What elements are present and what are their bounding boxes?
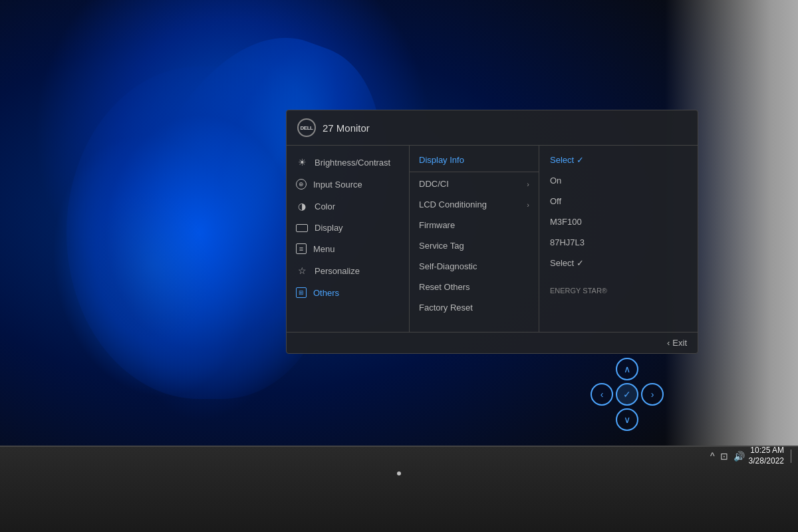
- right-label-energy-star: ENERGY STAR®: [550, 287, 607, 295]
- nav-item-display[interactable]: Display: [287, 217, 409, 238]
- right-label-select: Select ✓: [550, 155, 584, 165]
- select-icon: ✓: [623, 389, 631, 400]
- right-label-firmware-version: M3F100: [550, 217, 582, 227]
- right-item-on: On: [550, 170, 687, 191]
- right-item-select2: Select ✓: [550, 253, 687, 273]
- nav-label-input-source: Input Source: [313, 180, 362, 190]
- middle-item-firmware[interactable]: Firmware: [410, 215, 539, 235]
- taskbar-time: 10:25 AM: [749, 446, 784, 456]
- middle-item-service-tag[interactable]: Service Tag: [410, 235, 539, 256]
- osd-body: ☀ Brightness/Contrast ⊕ Input Source ◑ C…: [287, 146, 698, 332]
- osd-nav-panel: ☀ Brightness/Contrast ⊕ Input Source ◑ C…: [287, 146, 410, 332]
- nav-item-personalize[interactable]: ☆ Personalize: [287, 259, 409, 282]
- nav-down-button[interactable]: ∨: [616, 408, 638, 431]
- nav-item-menu[interactable]: ≡ Menu: [287, 238, 409, 259]
- chevron-right-ddc: ›: [527, 180, 529, 188]
- taskbar: ^ ⊡ 🔊 10:25 AM 3/28/2022: [0, 446, 798, 467]
- osd-nav-controls: ∧ ‹ ✓ › ∨: [591, 358, 665, 432]
- left-arrow-icon: ‹: [600, 389, 604, 400]
- chevron-right-lcd: ›: [527, 201, 529, 209]
- nav-left-button[interactable]: ‹: [591, 383, 613, 406]
- right-item-select: Select ✓: [550, 150, 687, 170]
- middle-label-service-tag: Service Tag: [419, 241, 464, 251]
- exit-chevron-icon: ‹: [667, 338, 670, 348]
- right-label-on: On: [550, 176, 561, 186]
- taskbar-clock[interactable]: 10:25 AM 3/28/2022: [749, 446, 784, 466]
- osd-title: 27 Monitor: [323, 122, 370, 134]
- middle-label-factory-reset: Factory Reset: [419, 303, 473, 313]
- menu-icon: ≡: [296, 243, 307, 254]
- right-label-service-tag-value: 87HJ7L3: [550, 237, 585, 247]
- color-icon: ◑: [296, 200, 308, 212]
- taskbar-date: 3/28/2022: [749, 456, 784, 467]
- osd-header: DELL 27 Monitor: [287, 110, 698, 146]
- nav-label-others: Others: [313, 288, 339, 298]
- display-icon: [296, 224, 308, 232]
- middle-label-ddc-ci: DDC/CI: [419, 179, 449, 189]
- middle-item-reset-others[interactable]: Reset Others: [410, 277, 539, 297]
- taskbar-display-icon[interactable]: ⊡: [720, 451, 728, 462]
- taskbar-divider: [791, 450, 791, 463]
- exit-label: Exit: [672, 338, 687, 348]
- right-arrow-icon: ›: [651, 389, 654, 400]
- osd-footer: ‹ Exit: [287, 332, 698, 353]
- nav-label-color: Color: [315, 201, 335, 211]
- down-arrow-icon: ∨: [624, 414, 630, 425]
- nav-right-button[interactable]: ›: [641, 383, 664, 406]
- right-label-off: Off: [550, 196, 561, 206]
- exit-button[interactable]: ‹ Exit: [667, 338, 687, 348]
- dell-logo: DELL: [297, 118, 316, 137]
- middle-label-self-diagnostic: Self-Diagnostic: [419, 261, 477, 271]
- nav-label-menu: Menu: [313, 244, 335, 254]
- taskbar-system-icons: ^ ⊡ 🔊: [710, 451, 745, 462]
- nav-label-display: Display: [315, 223, 343, 233]
- right-item-energy-star: ENERGY STAR®: [550, 284, 687, 297]
- middle-label-lcd-conditioning: LCD Conditioning: [419, 200, 487, 209]
- middle-label-display-info: Display Info: [419, 155, 464, 165]
- middle-divider-1: [410, 172, 539, 172]
- monitor-power-led: [397, 471, 401, 475]
- middle-item-display-info[interactable]: Display Info: [410, 150, 539, 170]
- middle-item-self-diagnostic[interactable]: Self-Diagnostic: [410, 256, 539, 277]
- taskbar-chevron-icon[interactable]: ^: [710, 451, 715, 462]
- nav-up-button[interactable]: ∧: [616, 358, 638, 380]
- personalize-icon: ☆: [296, 265, 308, 277]
- bg-wave-2: [32, 118, 275, 414]
- right-item-off: Off: [550, 191, 687, 211]
- nav-item-others[interactable]: ⊞ Others: [287, 282, 409, 303]
- right-item-firmware-version: M3F100: [550, 211, 687, 232]
- nav-select-button[interactable]: ✓: [616, 383, 638, 406]
- osd-middle-panel: Display Info DDC/CI › LCD Conditioning ›…: [410, 146, 539, 332]
- osd-menu: DELL 27 Monitor ☀ Brightness/Contrast ⊕ …: [286, 110, 698, 354]
- middle-label-reset-others: Reset Others: [419, 282, 470, 292]
- middle-item-lcd-conditioning[interactable]: LCD Conditioning ›: [410, 194, 539, 215]
- right-label-select2: Select ✓: [550, 258, 584, 268]
- input-source-icon: ⊕: [296, 179, 307, 190]
- nav-item-brightness[interactable]: ☀ Brightness/Contrast: [287, 151, 409, 174]
- others-icon: ⊞: [296, 287, 307, 298]
- nav-label-brightness: Brightness/Contrast: [315, 158, 390, 168]
- nav-label-personalize: Personalize: [315, 266, 360, 276]
- middle-label-firmware: Firmware: [419, 220, 455, 230]
- brightness-icon: ☀: [296, 156, 308, 168]
- middle-item-factory-reset[interactable]: Factory Reset: [410, 297, 539, 318]
- taskbar-volume-icon[interactable]: 🔊: [733, 451, 745, 462]
- right-item-service-tag-value: 87HJ7L3: [550, 232, 687, 253]
- nav-item-color[interactable]: ◑ Color: [287, 195, 409, 217]
- osd-right-panel: Select ✓ On Off M3F100 87HJ7L3 Select ✓ …: [539, 146, 698, 332]
- nav-item-input-source[interactable]: ⊕ Input Source: [287, 174, 409, 195]
- middle-item-ddc-ci[interactable]: DDC/CI ›: [410, 174, 539, 194]
- up-arrow-icon: ∧: [624, 364, 630, 374]
